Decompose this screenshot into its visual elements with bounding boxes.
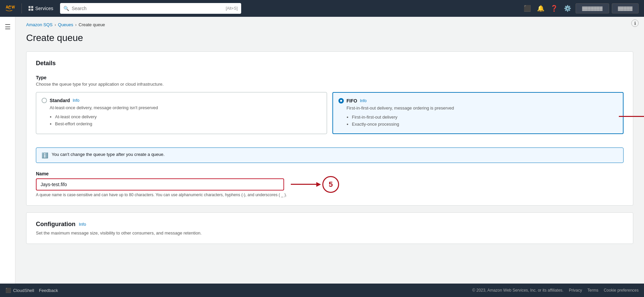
breadcrumb-sqs[interactable]: Amazon SQS <box>26 22 53 27</box>
arrow-5-head <box>316 182 321 187</box>
breadcrumb: Amazon SQS › Queues › Create queue <box>15 17 644 30</box>
search-input[interactable] <box>72 6 223 11</box>
standard-bullet-2: Best-effort ordering <box>55 121 321 128</box>
services-label: Services <box>35 6 53 11</box>
config-header: Configuration Info <box>36 221 624 228</box>
standard-bullets: At-least once delivery Best-effort order… <box>55 114 321 128</box>
fifo-name: FIFO <box>346 98 357 103</box>
fifo-option-header: FIFO Info <box>338 98 618 103</box>
name-section: Name 5 A queue name is case-sensitive an… <box>36 171 624 197</box>
services-button[interactable]: Services <box>26 4 56 12</box>
name-hint: A queue name is case-sensitive and can h… <box>36 193 624 197</box>
annotation-4: 4 <box>619 108 644 125</box>
settings-button[interactable]: ⚙️ <box>562 3 573 14</box>
aws-logo[interactable] <box>5 2 17 15</box>
type-description: Choose the queue type for your applicati… <box>36 82 624 87</box>
notifications-button[interactable]: 🔔 <box>535 3 546 14</box>
support-button[interactable]: ❓ <box>549 3 559 14</box>
configuration-card: Configuration Info Set the maximum messa… <box>26 212 633 244</box>
standard-bullet-1: At-least once delivery <box>55 114 321 121</box>
type-section: Type Choose the queue type for your appl… <box>36 75 624 141</box>
cloudshell-button[interactable]: ⬛ CloudShell <box>5 288 34 293</box>
nav-icons: ⬛ 🔔 ❓ ⚙️ ▓▓▓▓▓▓▓ ▓▓▓▓▓ <box>522 3 639 14</box>
standard-name: Standard <box>50 98 70 103</box>
breadcrumb-sep-2: › <box>75 23 76 27</box>
name-input[interactable] <box>36 178 284 190</box>
page-info-button[interactable]: ℹ <box>631 19 639 27</box>
type-label: Type <box>36 75 624 80</box>
cookie-preferences-link[interactable]: Cookie preferences <box>604 288 639 293</box>
terms-link[interactable]: Terms <box>587 288 598 293</box>
top-navigation: Services 🔍 [Alt+S] ⬛ 🔔 ❓ ⚙️ ▓▓▓▓▓▓▓ ▓▓▓▓… <box>0 0 644 17</box>
app-body: ☰ ℹ Amazon SQS › Queues › Create queue C… <box>0 17 644 284</box>
footer: ⬛ CloudShell Feedback © 2023, Amazon Web… <box>0 284 644 297</box>
search-shortcut: [Alt+S] <box>226 6 238 11</box>
help-icon: ❓ <box>550 5 558 12</box>
cloudshell-label: CloudShell <box>13 288 34 293</box>
copyright-text: © 2023, Amazon Web Services, Inc. or its… <box>472 288 564 293</box>
queue-type-options: Standard Info At-least-once delivery, me… <box>36 92 624 134</box>
region-button[interactable]: ▓▓▓▓▓ <box>612 3 639 13</box>
bell-icon: 🔔 <box>537 5 544 12</box>
fifo-info-link[interactable]: Info <box>360 98 367 103</box>
feedback-button[interactable]: Feedback <box>39 288 58 293</box>
standard-radio[interactable] <box>42 98 47 103</box>
cloudshell-icon: ⬛ <box>5 288 11 293</box>
nav-divider <box>21 3 22 13</box>
breadcrumb-queues[interactable]: Queues <box>58 22 73 27</box>
standard-option[interactable]: Standard Info At-least-once delivery, me… <box>36 92 327 134</box>
config-info-link[interactable]: Info <box>79 222 86 227</box>
info-banner-icon: ℹ️ <box>42 152 48 159</box>
config-desc: Set the maximum message size, visibility… <box>36 230 624 236</box>
name-label: Name <box>36 171 624 176</box>
main-content: ℹ Amazon SQS › Queues › Create queue Cre… <box>15 17 644 284</box>
feedback-label: Feedback <box>39 288 58 293</box>
fifo-desc: First-in-first-out delivery, message ord… <box>346 105 618 111</box>
breadcrumb-current: Create queue <box>78 22 105 27</box>
fifo-bullet-2: Exactly-once processing <box>352 121 618 128</box>
arrow-5-line <box>291 184 318 185</box>
info-banner: ℹ️ You can't change the queue type after… <box>36 147 624 163</box>
annotation-5-circle: 5 <box>322 176 339 193</box>
info-banner-text: You can't change the queue type after yo… <box>52 152 165 157</box>
account-button[interactable]: ▓▓▓▓▓▓▓ <box>576 3 609 13</box>
name-row: 5 <box>36 178 624 190</box>
footer-right: © 2023, Amazon Web Services, Inc. or its… <box>472 288 639 293</box>
fifo-radio[interactable] <box>338 98 344 103</box>
standard-info-link[interactable]: Info <box>73 98 79 103</box>
grid-icon <box>29 6 33 11</box>
sidebar-toggle-button[interactable]: ☰ <box>3 21 13 33</box>
gear-icon: ⚙️ <box>564 5 571 12</box>
privacy-link[interactable]: Privacy <box>569 288 582 293</box>
annotation-5: 5 <box>291 176 339 193</box>
search-bar: 🔍 [Alt+S] <box>60 3 241 14</box>
page-title: Create queue <box>15 30 644 51</box>
fifo-bullet-1: First-in-first-out delivery <box>352 114 618 121</box>
sidebar: ☰ <box>0 17 15 284</box>
fifo-option[interactable]: FIFO Info First-in-first-out delivery, m… <box>332 92 624 134</box>
search-icon: 🔍 <box>63 6 69 11</box>
standard-desc: At-least-once delivery, message ordering… <box>50 105 321 110</box>
fifo-bullets: First-in-first-out delivery Exactly-once… <box>352 114 618 128</box>
config-title: Configuration <box>36 221 75 228</box>
type-options-container: Standard Info At-least-once delivery, me… <box>36 92 624 141</box>
details-section-title: Details <box>36 60 624 67</box>
terminal-icon: ⬛ <box>524 5 531 12</box>
breadcrumb-sep-1: › <box>55 23 56 27</box>
cloudshell-nav-icon[interactable]: ⬛ <box>522 3 533 14</box>
details-card: Details Type Choose the queue type for y… <box>26 51 633 206</box>
standard-option-header: Standard Info <box>42 98 321 103</box>
footer-left: ⬛ CloudShell Feedback <box>5 288 58 293</box>
arrow-4-line <box>619 116 644 117</box>
